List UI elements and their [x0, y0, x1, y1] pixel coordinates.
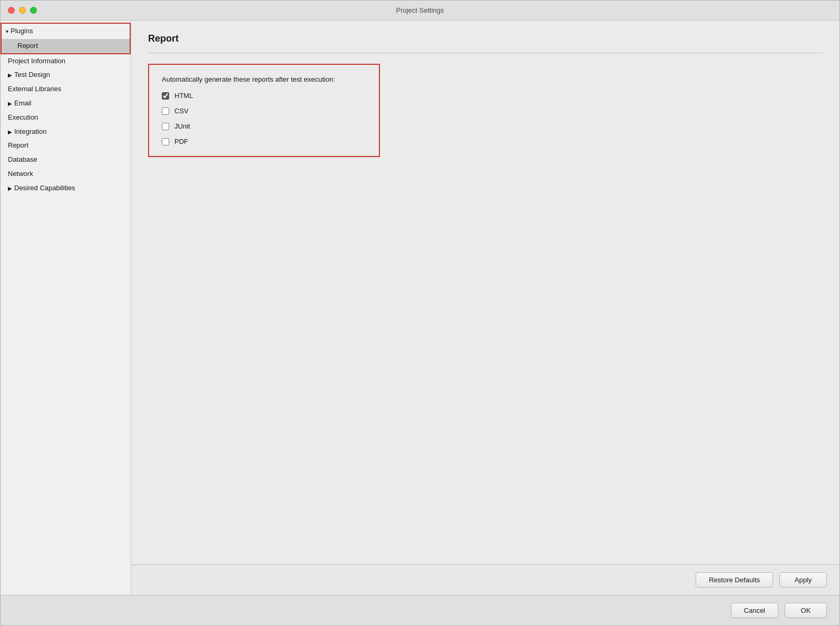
- expand-arrow-email: ▶: [8, 100, 12, 108]
- expand-arrow-desired-capabilities: ▶: [8, 184, 12, 193]
- sidebar-item-report2[interactable]: Report: [1, 139, 131, 153]
- content-divider: [148, 53, 823, 53]
- ok-button[interactable]: OK: [785, 603, 827, 618]
- sidebar-item-network[interactable]: Network: [1, 167, 131, 181]
- content-area: Report Automatically generate these repo…: [131, 21, 839, 595]
- sidebar-item-email[interactable]: ▶Email: [1, 96, 131, 111]
- sidebar-item-test-design[interactable]: ▶Test Design: [1, 68, 131, 82]
- checkbox-row-html: HTML: [162, 92, 366, 100]
- junit-label[interactable]: JUnit: [174, 122, 190, 130]
- bottom-action-bar: Restore Defaults Apply: [131, 564, 839, 595]
- project-settings-window: Project Settings ▾Plugins Report Project…: [0, 0, 840, 626]
- html-checkbox[interactable]: [162, 92, 169, 100]
- minimize-button[interactable]: [19, 7, 26, 14]
- csv-checkbox[interactable]: [162, 107, 169, 115]
- window-title: Project Settings: [396, 6, 444, 14]
- sidebar-item-external-libraries[interactable]: External Libraries: [1, 82, 131, 96]
- sidebar-item-plugins[interactable]: ▾Plugins: [2, 24, 130, 39]
- content-panel: Report Automatically generate these repo…: [131, 21, 839, 564]
- sidebar-item-report[interactable]: Report: [2, 39, 130, 53]
- sidebar-item-desired-capabilities[interactable]: ▶Desired Capabilities: [1, 181, 131, 195]
- checkbox-row-pdf: PDF: [162, 138, 366, 145]
- pdf-label[interactable]: PDF: [174, 138, 188, 145]
- maximize-button[interactable]: [30, 7, 37, 14]
- csv-label[interactable]: CSV: [174, 107, 189, 115]
- sidebar-item-database[interactable]: Database: [1, 153, 131, 167]
- sidebar: ▾Plugins Report Project Information ▶Tes…: [1, 21, 131, 595]
- pdf-checkbox[interactable]: [162, 138, 169, 145]
- expand-arrow-plugins: ▾: [6, 27, 8, 36]
- title-bar: Project Settings: [1, 1, 839, 21]
- expand-arrow-integration: ▶: [8, 128, 12, 136]
- checkbox-row-csv: CSV: [162, 107, 366, 115]
- sidebar-item-integration[interactable]: ▶Integration: [1, 125, 131, 139]
- sidebar-item-project-information[interactable]: Project Information: [1, 54, 131, 69]
- apply-button[interactable]: Apply: [779, 572, 827, 588]
- report-box-label: Automatically generate these reports aft…: [162, 75, 366, 83]
- cancel-button[interactable]: Cancel: [731, 603, 778, 618]
- close-button[interactable]: [8, 7, 15, 14]
- report-options-box: Automatically generate these reports aft…: [148, 64, 380, 157]
- footer-bar: Cancel OK: [1, 595, 839, 625]
- checkbox-row-junit: JUnit: [162, 122, 366, 130]
- main-content: ▾Plugins Report Project Information ▶Tes…: [1, 21, 839, 595]
- sidebar-item-execution[interactable]: Execution: [1, 111, 131, 125]
- junit-checkbox[interactable]: [162, 123, 169, 130]
- expand-arrow-test-design: ▶: [8, 71, 12, 80]
- html-label[interactable]: HTML: [174, 92, 193, 100]
- traffic-lights: [8, 7, 37, 14]
- content-title: Report: [148, 33, 823, 44]
- restore-defaults-button[interactable]: Restore Defaults: [696, 572, 773, 588]
